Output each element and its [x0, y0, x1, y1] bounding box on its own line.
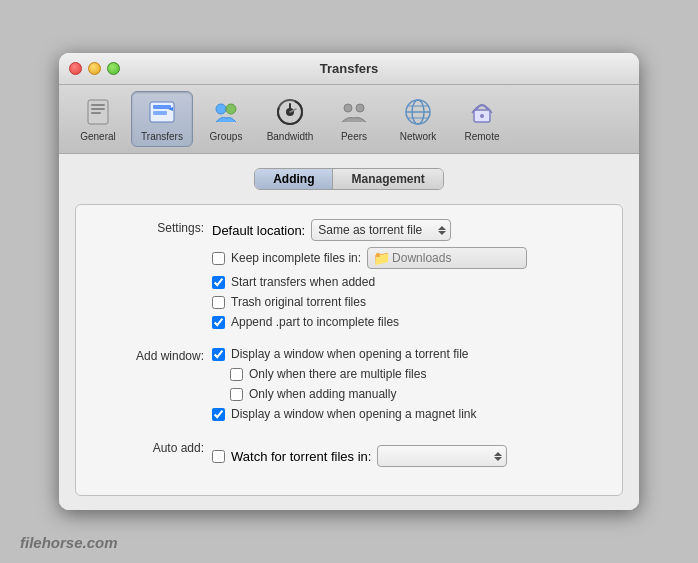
select-arrow: [438, 226, 446, 235]
auto-add-controls: Watch for torrent files in:: [212, 439, 606, 467]
svg-point-8: [216, 104, 226, 114]
only-multiple-row: Only when there are multiple files: [212, 367, 606, 381]
append-part-label: Append .part to incomplete files: [231, 315, 399, 329]
settings-controls: Default location: Same as torrent file: [212, 219, 606, 329]
bandwidth-icon: [274, 96, 306, 128]
maximize-button[interactable]: [107, 62, 120, 75]
svg-point-15: [344, 104, 352, 112]
svg-rect-2: [91, 108, 105, 110]
toolbar-item-peers[interactable]: Peers: [323, 91, 385, 147]
network-label: Network: [400, 131, 437, 142]
auto-add-label: Auto add:: [92, 439, 212, 455]
remote-label: Remote: [464, 131, 499, 142]
default-location-value: Same as torrent file: [318, 223, 422, 237]
titlebar: Transfers: [59, 53, 639, 85]
keep-incomplete-checkbox[interactable]: [212, 252, 225, 265]
svg-rect-3: [91, 112, 101, 114]
start-transfers-checkbox[interactable]: [212, 276, 225, 289]
transfers-label: Transfers: [141, 131, 183, 142]
watch-folder-label: Watch for torrent files in:: [231, 449, 371, 464]
svg-rect-5: [153, 105, 171, 109]
start-transfers-row: Start transfers when added: [212, 275, 606, 289]
svg-point-23: [480, 114, 484, 118]
tab-adding[interactable]: Adding: [255, 169, 333, 189]
add-window-controls: Display a window when opening a torrent …: [212, 347, 606, 421]
watch-folder-checkbox[interactable]: [212, 450, 225, 463]
default-location-inline: Default location: Same as torrent file: [212, 219, 606, 241]
default-location-label: Default location:: [212, 223, 305, 238]
watch-arrow-down: [494, 457, 502, 461]
downloads-folder-select[interactable]: 📁 Downloads: [367, 247, 527, 269]
transfers-icon: [146, 96, 178, 128]
general-icon: [82, 96, 114, 128]
peers-icon: [338, 96, 370, 128]
auto-add-section: Auto add: Watch for torrent files in:: [92, 439, 606, 467]
traffic-lights: [69, 62, 120, 75]
watermark: filehorse.com: [20, 534, 118, 551]
trash-torrent-checkbox[interactable]: [212, 296, 225, 309]
general-label: General: [80, 131, 116, 142]
folder-icon: 📁: [373, 250, 390, 266]
trash-torrent-row: Trash original torrent files: [212, 295, 606, 309]
only-manually-label: Only when adding manually: [249, 387, 396, 401]
watch-folder-select[interactable]: [377, 445, 507, 467]
minimize-button[interactable]: [88, 62, 101, 75]
append-part-row: Append .part to incomplete files: [212, 315, 606, 329]
tabs-container: Adding Management: [75, 168, 623, 190]
toolbar-item-remote[interactable]: Remote: [451, 91, 513, 147]
only-manually-checkbox[interactable]: [230, 388, 243, 401]
tab-management[interactable]: Management: [333, 169, 442, 189]
display-magnet-label: Display a window when opening a magnet l…: [231, 407, 476, 421]
network-icon: [402, 96, 434, 128]
display-magnet-checkbox[interactable]: [212, 408, 225, 421]
arrow-down: [438, 231, 446, 235]
keep-incomplete-label: Keep incomplete files in:: [231, 251, 361, 265]
display-opening-row: Display a window when opening a torrent …: [212, 347, 606, 361]
groups-icon: [210, 96, 242, 128]
add-window-row: Add window: Display a window when openin…: [92, 347, 606, 421]
default-location-select[interactable]: Same as torrent file: [311, 219, 451, 241]
svg-rect-6: [153, 111, 167, 115]
toolbar-item-groups[interactable]: Groups: [195, 91, 257, 147]
display-opening-label: Display a window when opening a torrent …: [231, 347, 468, 361]
keep-incomplete-checkbox-row: Keep incomplete files in:: [212, 251, 361, 265]
watch-arrow-up: [494, 452, 502, 456]
start-transfers-label: Start transfers when added: [231, 275, 375, 289]
section-gap-1: [92, 339, 606, 347]
tabs: Adding Management: [254, 168, 444, 190]
only-multiple-label: Only when there are multiple files: [249, 367, 426, 381]
add-window-label: Add window:: [92, 347, 212, 363]
toolbar-item-bandwidth[interactable]: Bandwidth: [259, 91, 321, 147]
auto-add-row: Watch for torrent files in:: [212, 445, 606, 467]
settings-panel: Settings: Default location: Same as torr…: [75, 204, 623, 496]
display-magnet-row: Display a window when opening a magnet l…: [212, 407, 606, 421]
close-button[interactable]: [69, 62, 82, 75]
display-opening-checkbox[interactable]: [212, 348, 225, 361]
only-multiple-checkbox[interactable]: [230, 368, 243, 381]
default-location-row: Settings: Default location: Same as torr…: [92, 219, 606, 329]
svg-point-9: [226, 104, 236, 114]
toolbar: General Transfers: [59, 85, 639, 154]
window-title: Transfers: [320, 61, 379, 76]
main-window: Transfers General: [59, 53, 639, 510]
peers-label: Peers: [341, 131, 367, 142]
groups-label: Groups: [210, 131, 243, 142]
toolbar-item-transfers[interactable]: Transfers: [131, 91, 193, 147]
bandwidth-label: Bandwidth: [267, 131, 314, 142]
only-manually-row: Only when adding manually: [212, 387, 606, 401]
trash-torrent-label: Trash original torrent files: [231, 295, 366, 309]
toolbar-item-network[interactable]: Network: [387, 91, 449, 147]
arrow-up: [438, 226, 446, 230]
section-gap-2: [92, 431, 606, 439]
append-part-checkbox[interactable]: [212, 316, 225, 329]
downloads-value: Downloads: [392, 251, 451, 265]
settings-label: Settings:: [92, 219, 212, 235]
remote-icon: [466, 96, 498, 128]
watch-arrow: [494, 452, 502, 461]
toolbar-item-general[interactable]: General: [67, 91, 129, 147]
svg-point-16: [356, 104, 364, 112]
content-area: Adding Management Settings: Default loca…: [59, 154, 639, 510]
svg-rect-1: [91, 104, 105, 106]
keep-incomplete-row: Keep incomplete files in: 📁 Downloads: [212, 247, 606, 269]
